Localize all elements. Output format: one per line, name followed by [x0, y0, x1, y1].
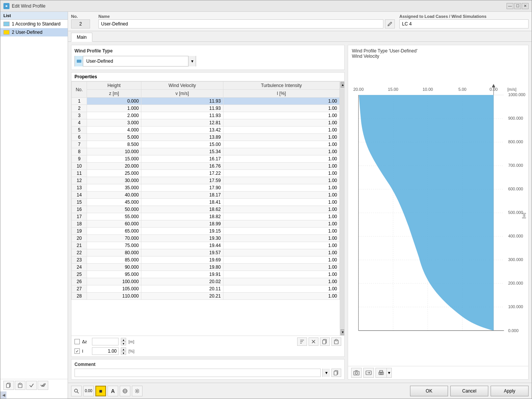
cell-no: 18 [72, 220, 87, 228]
table-row[interactable]: 15 45.000 18.41 1.00 [72, 199, 340, 206]
chart-title: Wind Profile Type 'User-Defined' Wind Ve… [348, 45, 528, 60]
cancel-button[interactable]: Cancel [450, 386, 488, 396]
cell-turbulence: 1.00 [223, 242, 339, 249]
wind-type-dropdown-icon [75, 56, 83, 66]
window-title: Edit Wind Profile [12, 3, 46, 9]
table-row[interactable]: 10 20.000 16.76 1.00 [72, 163, 340, 170]
search-tool-button[interactable] [71, 386, 82, 396]
svg-text:10.00: 10.00 [423, 87, 433, 92]
sidebar-check2-button[interactable] [38, 381, 48, 390]
table-row[interactable]: 9 15.000 16.17 1.00 [72, 155, 340, 163]
table-row[interactable]: 26 100.000 20.02 1.00 [72, 278, 340, 285]
highlight-tool-button[interactable]: ■ [95, 386, 106, 396]
turbulence-checkbox[interactable] [74, 348, 80, 354]
sidebar-collapse-button[interactable]: ◀ [0, 391, 6, 399]
scrollbar-down[interactable]: ▼ [340, 329, 344, 335]
delta-z-checkbox[interactable] [74, 339, 80, 344]
table-row[interactable]: 2 1.000 11.93 1.00 [72, 105, 340, 112]
cell-no: 1 [72, 98, 87, 105]
turbulence-down[interactable]: ▼ [121, 351, 126, 355]
table-row[interactable]: 14 40.000 18.17 1.00 [72, 192, 340, 199]
paste-table-button[interactable] [331, 337, 341, 346]
table-row[interactable]: 13 35.000 17.90 1.00 [72, 184, 340, 192]
table-row[interactable]: 20 70.000 19.30 1.00 [72, 235, 340, 242]
chart-print-button[interactable] [375, 368, 387, 378]
svg-line-61 [77, 392, 79, 393]
delta-z-down[interactable]: ▼ [121, 342, 126, 345]
table-row[interactable]: 6 5.000 13.89 1.00 [72, 134, 340, 141]
sort-button[interactable] [297, 337, 307, 346]
number-tool-button[interactable]: 0.00 [83, 386, 94, 396]
chart-print-dropdown[interactable]: ▾ [387, 368, 392, 378]
globe-tool-button[interactable] [120, 386, 130, 396]
cell-height: 4.000 [87, 127, 141, 134]
cell-height: 20.000 [87, 163, 141, 170]
sidebar-icon-2 [3, 30, 10, 35]
table-row[interactable]: 27 105.000 20.11 1.00 [72, 285, 340, 293]
table-row[interactable]: 1 0.000 11.93 1.00 [72, 98, 340, 105]
bottom-bar: 0.00 ■ A OK Cancel Apply [68, 383, 532, 399]
delta-z-input[interactable] [92, 338, 119, 345]
wind-type-dropdown[interactable]: User-Defined ▾ [74, 56, 196, 66]
sidebar-item-according-to-standard[interactable]: 1 According to Standard [0, 20, 68, 28]
tab-main[interactable]: Main [71, 33, 92, 42]
table-row[interactable]: 8 10.000 15.34 1.00 [72, 148, 340, 155]
cell-velocity: 17.90 [141, 184, 223, 192]
table-row[interactable]: 12 30.000 17.59 1.00 [72, 177, 340, 184]
maximize-button[interactable]: ☐ [514, 3, 521, 9]
svg-text:[m/s]: [m/s] [507, 87, 516, 92]
table-row[interactable]: 24 90.000 19.80 1.00 [72, 264, 340, 271]
sidebar-copy-button[interactable] [3, 381, 14, 390]
table-row[interactable]: 23 85.000 19.69 1.00 [72, 256, 340, 264]
sidebar-paste-button[interactable] [15, 381, 25, 390]
chart-camera-button[interactable] [351, 368, 362, 378]
table-row[interactable]: 25 95.000 19.91 1.00 [72, 271, 340, 278]
cell-no: 8 [72, 148, 87, 155]
wind-type-dropdown-arrow[interactable]: ▾ [188, 56, 196, 66]
bottom-left-tools: 0.00 ■ A [71, 386, 142, 396]
assigned-label: Assigned to Load Cases / Wind Simulation… [399, 14, 529, 19]
scrollbar-up[interactable]: ▲ [340, 82, 344, 88]
name-input[interactable] [98, 19, 383, 28]
cell-turbulence: 1.00 [223, 278, 339, 285]
table-row[interactable]: 4 3.000 12.81 1.00 [72, 119, 340, 127]
turbulence-spinner: ▲ ▼ [121, 347, 126, 355]
apply-button[interactable]: Apply [491, 386, 529, 396]
table-row[interactable]: 21 75.000 19.44 1.00 [72, 242, 340, 249]
table-row[interactable]: 16 50.000 18.62 1.00 [72, 206, 340, 213]
minimize-button[interactable]: — [507, 3, 513, 9]
copy-table-button[interactable] [320, 337, 330, 346]
delta-z-up[interactable]: ▲ [121, 338, 126, 342]
table-row[interactable]: 3 2.000 11.93 1.00 [72, 112, 340, 119]
table-scrollbar[interactable]: ▲ ▼ [340, 81, 344, 336]
table-row[interactable]: 17 55.000 18.82 1.00 [72, 213, 340, 220]
wind-type-section-title: Wind Profile Type [74, 48, 341, 54]
table-row[interactable]: 7 8.500 15.00 1.00 [72, 141, 340, 148]
cell-no: 17 [72, 213, 87, 220]
turbulence-input[interactable] [92, 347, 119, 355]
turbulence-up[interactable]: ▲ [121, 347, 126, 351]
delta-z-spinner: ▲ ▼ [121, 338, 126, 345]
table-row[interactable]: 11 25.000 17.22 1.00 [72, 170, 340, 177]
table-scroll[interactable]: No. Height Wind Velocity Turbulence Inte… [71, 81, 340, 336]
table-row[interactable]: 5 4.000 13.42 1.00 [72, 127, 340, 134]
table-row[interactable]: 18 60.000 18.99 1.00 [72, 220, 340, 228]
table-row[interactable]: 22 80.000 19.57 1.00 [72, 249, 340, 256]
no-input[interactable] [71, 19, 90, 28]
sidebar-check-button[interactable] [26, 381, 37, 390]
svg-text:400.000: 400.000 [508, 234, 523, 238]
chart-export-button[interactable] [363, 368, 374, 378]
sidebar-item-user-defined[interactable]: 2 User-Defined [0, 28, 68, 36]
settings-tool-button[interactable] [132, 386, 142, 396]
table-row[interactable]: 28 110.000 20.21 1.00 [72, 293, 340, 300]
ok-button[interactable]: OK [410, 386, 448, 396]
delete-button[interactable] [309, 337, 318, 346]
text-tool-button[interactable]: A [108, 386, 118, 396]
comment-copy-button[interactable] [331, 369, 341, 377]
name-edit-button[interactable] [385, 19, 395, 28]
table-row[interactable]: 19 65.000 19.15 1.00 [72, 228, 340, 235]
assigned-input[interactable] [399, 19, 529, 28]
close-button[interactable]: ✕ [522, 3, 529, 9]
comment-dropdown[interactable]: ▾ [322, 369, 330, 377]
comment-input[interactable] [74, 369, 321, 377]
